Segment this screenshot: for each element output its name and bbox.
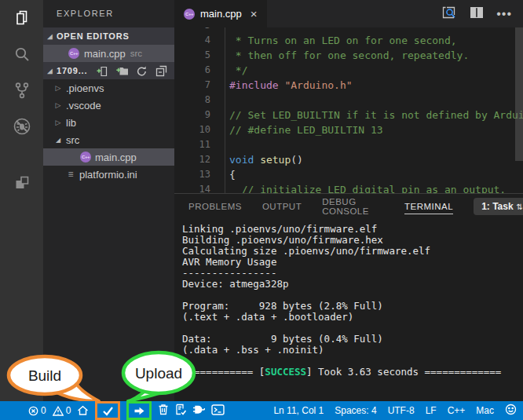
tree-item-label: lib <box>66 117 76 129</box>
explorer-icon[interactable] <box>12 8 32 28</box>
more-actions-icon[interactable]: ••• <box>496 10 512 18</box>
pio-upload-button[interactable] <box>126 401 152 420</box>
tree-item-lib[interactable]: ▷lib <box>43 114 174 131</box>
code-line-4: 4 * Turns on an LED on for one second, <box>174 33 523 48</box>
editor-actions: ••• <box>441 0 523 27</box>
section-workspace[interactable]: ◢ 1709... <box>43 62 174 79</box>
code-text: // #define LED_BUILTIN 13 <box>225 122 383 137</box>
code-text: * Turns on an LED on for one second, <box>225 33 457 48</box>
collapse-all-icon[interactable] <box>155 64 168 77</box>
code-text: void setup() <box>225 152 303 167</box>
code-line-10: 10// #define LED_BUILTIN 13 <box>174 122 523 137</box>
close-icon[interactable]: × <box>251 7 258 20</box>
panel-tab-terminal[interactable]: TERMINAL <box>404 199 453 214</box>
new-file-icon[interactable] <box>96 64 109 77</box>
language-mode[interactable]: C++ <box>448 405 466 416</box>
tree-item-vscode[interactable]: ▷.vscode <box>43 97 174 114</box>
code-text: * then off for one second, repeatedly. <box>225 48 469 63</box>
ini-file-icon: ≡ <box>66 170 75 179</box>
task-selector-dropdown[interactable]: 1: Task⇅ <box>474 198 523 215</box>
tab-main-cpp[interactable]: C++ main.cpp × <box>174 0 267 27</box>
code-line-8: 8 <box>174 93 523 108</box>
line-number: 7 <box>174 78 210 93</box>
error-count: 0 <box>41 405 46 416</box>
pio-clean-icon[interactable] <box>158 404 169 418</box>
sidebar-title: EXPLORER <box>43 0 174 27</box>
panel-tab-problems[interactable]: PROBLEMS <box>188 199 242 214</box>
code-text: * <box>225 27 242 33</box>
tree-item-pioenvs[interactable]: ▷.pioenvs <box>43 79 174 97</box>
terminal-icon[interactable] <box>211 404 225 418</box>
dropdown-arrows-icon: ⇅ <box>517 203 523 211</box>
cursor-position[interactable]: Ln 11, Col 1 <box>273 405 324 416</box>
feedback-smiley-icon[interactable] <box>505 404 517 418</box>
twistie-icon: ◢ <box>54 137 62 144</box>
warning-count: 0 <box>66 405 71 416</box>
status-right: Ln 11, Col 1 Spaces: 4 UTF-8 LF C++ Mac <box>273 404 523 418</box>
code-editor[interactable]: 3 *4 * Turns on an LED on for one second… <box>174 27 523 193</box>
code-text <box>225 137 229 152</box>
open-editor-main-cpp[interactable]: C++ main.cpp src <box>43 45 174 62</box>
line-number: 9 <box>174 108 210 122</box>
indentation[interactable]: Spaces: 4 <box>335 405 376 416</box>
code-text: // Set LED_BUILTIN if it is not defined … <box>225 108 523 122</box>
code-text: #include "Arduino.h" <box>225 78 353 93</box>
vscode-window: EXPLORER ◢ OPEN EDITORS C++ main.cpp src… <box>0 0 523 420</box>
tree-item-label: src <box>66 134 79 146</box>
code-line-3: 3 * <box>174 27 523 33</box>
pio-home-icon[interactable] <box>77 405 89 416</box>
status-left: 0 0 <box>0 401 225 420</box>
problems-errors[interactable]: 0 <box>28 405 46 416</box>
eol-type[interactable]: LF <box>426 405 437 416</box>
source-control-icon[interactable] <box>12 80 32 100</box>
refresh-icon[interactable] <box>135 64 148 77</box>
code-line-11: 11 <box>174 137 523 152</box>
bottom-panel: PROBLEMSOUTPUTDEBUG CONSOLETERMINAL1: Ta… <box>174 193 523 400</box>
tree-item-label: platformio.ini <box>79 169 137 181</box>
extensions-icon[interactable] <box>12 173 32 193</box>
tree-item-label: .vscode <box>66 100 101 111</box>
section-open-editors[interactable]: ◢ OPEN EDITORS <box>43 27 174 45</box>
editor-scrollbar[interactable] <box>515 27 523 161</box>
code-line-12: 12void setup() <box>174 152 523 167</box>
workspace-name: 1709... <box>57 66 87 75</box>
tree-item-src[interactable]: ◢src <box>43 131 174 148</box>
debug-icon[interactable] <box>12 116 32 137</box>
activity-bar <box>0 0 43 401</box>
encoding[interactable]: UTF-8 <box>388 405 415 416</box>
panel-tab-debug-console[interactable]: DEBUG CONSOLE <box>322 195 384 218</box>
code-text: // initialize LED digital pin as an outp… <box>225 182 506 193</box>
task-selector-label: 1: Task <box>481 201 513 212</box>
code-line-7: 7#include "Arduino.h" <box>174 78 523 93</box>
twistie-icon: ▷ <box>54 84 62 92</box>
new-folder-icon[interactable] <box>115 64 129 77</box>
pio-build-button[interactable] <box>95 401 120 420</box>
panel-tab-output[interactable]: OUTPUT <box>262 199 302 214</box>
tree-item-main-cpp[interactable]: C++main.cpp <box>43 148 174 166</box>
tree-item-label: main.cpp <box>95 152 137 163</box>
code-line-14: 14 // initialize LED digital pin as an o… <box>174 182 523 193</box>
terminal-output[interactable]: Linking .pioenvs/uno/firmware.elf Buildi… <box>182 224 523 378</box>
tree-item-platformio-ini[interactable]: ≡platformio.ini <box>43 166 174 183</box>
code-line-5: 5 * then off for one second, repeatedly. <box>174 48 523 63</box>
keymap-mode[interactable]: Mac <box>476 405 494 416</box>
tree-item-label: .pioenvs <box>66 82 104 94</box>
line-number: 5 <box>174 48 210 63</box>
serial-monitor-icon[interactable] <box>192 404 205 418</box>
search-icon[interactable] <box>12 44 32 64</box>
open-preview-icon[interactable] <box>441 5 457 24</box>
line-number: 14 <box>174 182 210 193</box>
line-number: 10 <box>174 122 210 137</box>
panel-tabs: PROBLEMSOUTPUTDEBUG CONSOLETERMINAL1: Ta… <box>174 194 523 219</box>
line-number: 11 <box>174 137 210 152</box>
problems-warnings[interactable]: 0 <box>53 405 71 416</box>
split-editor-icon[interactable] <box>470 6 484 22</box>
line-number: 3 <box>174 27 210 33</box>
pio-tasks-icon[interactable] <box>175 404 186 418</box>
open-editor-detail: src <box>130 49 142 58</box>
cpp-file-icon: C++ <box>80 152 91 163</box>
line-number: 8 <box>174 93 210 108</box>
code-lines: 3 *4 * Turns on an LED on for one second… <box>174 27 523 193</box>
code-line-13: 13{ <box>174 167 523 182</box>
code-text: */ <box>225 63 247 78</box>
